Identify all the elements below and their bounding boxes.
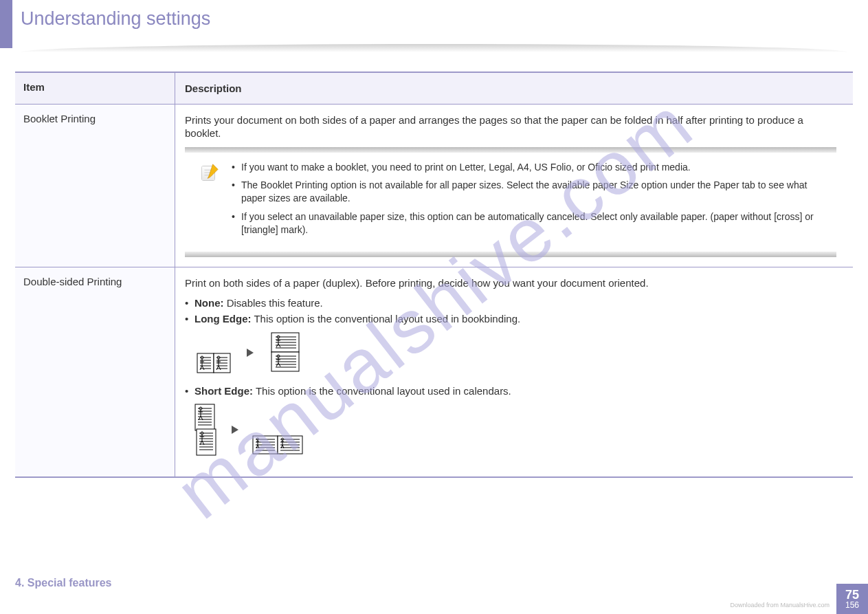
calendar-landscape-icon — [252, 435, 304, 456]
option-text: Disables this feature. — [224, 297, 323, 309]
item-label: Booklet Printing — [15, 105, 175, 267]
column-header-item: Item — [15, 73, 175, 105]
item-description-cell: Print on both sides of a paper (duplex).… — [175, 267, 853, 476]
item-description: Print on both sides of a paper (duplex).… — [185, 277, 836, 290]
option-text: This option is the conventional layout u… — [253, 385, 511, 397]
note-bullet: If you select an unavailable paper size,… — [232, 210, 823, 237]
arrow-icon — [247, 349, 254, 357]
page-total: 156 — [845, 601, 859, 609]
item-description-cell: Prints your document on both sides of a … — [175, 105, 853, 267]
stacked-portrait-icon — [267, 331, 302, 374]
page-title: Understanding settings — [21, 8, 210, 30]
option-label: Long Edge: — [194, 313, 252, 325]
settings-table: Item Description Booklet Printing Prints… — [15, 72, 853, 478]
note-bottom-bar — [185, 252, 836, 257]
note-top-bar — [185, 147, 836, 153]
option-none: None: Disables this feature. — [185, 297, 836, 309]
header-accent-bar — [0, 0, 12, 48]
option-text: This option is the conventional layout u… — [252, 313, 521, 325]
page-header: Understanding settings — [0, 0, 868, 48]
arrow-icon — [232, 426, 238, 434]
table-row: Double-sided Printing Print on both side… — [15, 267, 853, 476]
note-bullets: If you want to make a booklet, you need … — [232, 161, 823, 242]
option-long-edge: Long Edge: This option is the convention… — [185, 313, 836, 325]
page-footer: 4. Special features Downloaded from Manu… — [0, 577, 868, 614]
footer-source-note: Downloaded from ManualsHive.com — [730, 602, 830, 608]
page-number: 75 — [845, 589, 859, 601]
book-portrait-icon — [194, 341, 233, 374]
note-bullet: If you want to make a booklet, you need … — [232, 161, 823, 174]
table-row: Booklet Printing Prints your document on… — [15, 105, 853, 267]
short-edge-illustration — [194, 404, 836, 456]
option-short-edge: Short Edge: This option is the conventio… — [185, 385, 836, 397]
table-header-row: Item Description — [15, 73, 853, 105]
note-bullet: The Booklet Printing option is not avail… — [232, 179, 823, 205]
chapter-label: 4. Special features — [15, 577, 868, 589]
item-label: Double-sided Printing — [15, 267, 175, 476]
long-edge-illustration — [194, 331, 836, 374]
page-number-box: 75 156 — [836, 584, 868, 614]
option-label: None: — [194, 297, 224, 309]
option-label: Short Edge: — [194, 385, 253, 397]
item-description: Prints your document on both sides of a … — [185, 114, 836, 140]
header-shadow — [21, 44, 847, 52]
note-icon — [199, 162, 219, 183]
note-box: If you want to make a booklet, you need … — [185, 147, 836, 257]
column-header-description: Description — [175, 73, 853, 105]
